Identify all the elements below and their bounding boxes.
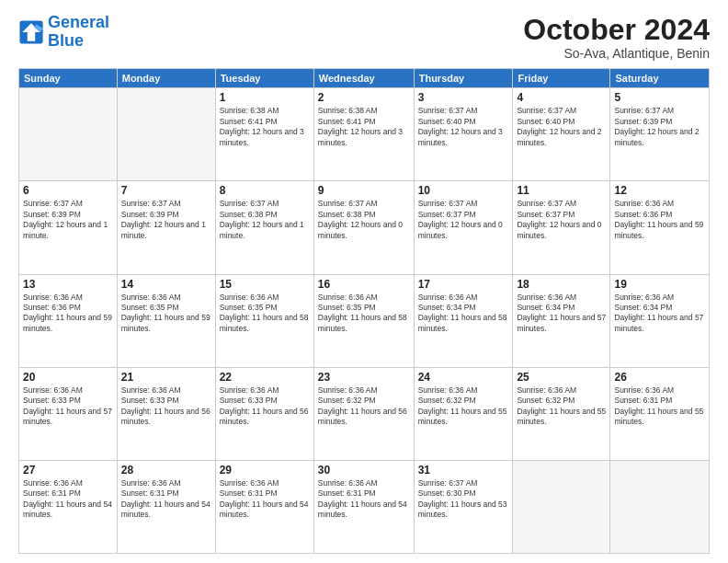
day-detail: Sunrise: 6:36 AMSunset: 6:31 PMDaylight:… (23, 478, 113, 521)
col-thursday: Thursday (414, 69, 513, 88)
calendar-cell: 30Sunrise: 6:36 AMSunset: 6:31 PMDayligh… (313, 460, 414, 553)
day-detail: Sunrise: 6:37 AMSunset: 6:37 PMDaylight:… (517, 199, 606, 241)
calendar-body: 1Sunrise: 6:38 AMSunset: 6:41 PMDaylight… (19, 88, 710, 554)
col-monday: Monday (117, 69, 215, 88)
calendar-cell: 3Sunrise: 6:37 AMSunset: 6:40 PMDaylight… (414, 88, 513, 181)
calendar-cell: 8Sunrise: 6:37 AMSunset: 6:38 PMDaylight… (215, 181, 313, 274)
header: General Blue October 2024 So-Ava, Atlant… (18, 14, 710, 61)
calendar-cell: 27Sunrise: 6:36 AMSunset: 6:31 PMDayligh… (19, 460, 118, 553)
day-number: 12 (614, 184, 705, 197)
day-number: 9 (318, 184, 410, 197)
header-row: Sunday Monday Tuesday Wednesday Thursday… (19, 69, 710, 88)
day-detail: Sunrise: 6:36 AMSunset: 6:35 PMDaylight:… (318, 293, 410, 335)
day-number: 7 (121, 184, 211, 197)
day-detail: Sunrise: 6:37 AMSunset: 6:30 PMDaylight:… (418, 478, 509, 521)
calendar-cell: 16Sunrise: 6:36 AMSunset: 6:35 PMDayligh… (313, 274, 414, 367)
calendar-cell (117, 88, 215, 181)
day-number: 31 (418, 464, 509, 477)
day-detail: Sunrise: 6:36 AMSunset: 6:33 PMDaylight:… (121, 385, 211, 428)
calendar-cell: 12Sunrise: 6:36 AMSunset: 6:36 PMDayligh… (610, 181, 710, 274)
day-detail: Sunrise: 6:37 AMSunset: 6:39 PMDaylight:… (121, 199, 211, 241)
title-block: October 2024 So-Ava, Atlantique, Benin (523, 14, 710, 61)
calendar-cell (513, 460, 610, 553)
col-saturday: Saturday (610, 69, 710, 88)
logo-line1: General (48, 13, 109, 31)
calendar-cell: 2Sunrise: 6:38 AMSunset: 6:41 PMDaylight… (313, 88, 414, 181)
calendar-cell: 17Sunrise: 6:36 AMSunset: 6:34 PMDayligh… (414, 274, 513, 367)
day-number: 10 (418, 184, 509, 197)
calendar-cell: 28Sunrise: 6:36 AMSunset: 6:31 PMDayligh… (117, 460, 215, 553)
calendar-cell: 13Sunrise: 6:36 AMSunset: 6:36 PMDayligh… (19, 274, 118, 367)
calendar-cell: 26Sunrise: 6:36 AMSunset: 6:31 PMDayligh… (610, 367, 710, 460)
logo-icon (18, 19, 44, 45)
day-number: 1 (220, 91, 310, 104)
day-number: 3 (418, 91, 509, 104)
calendar-cell (19, 88, 118, 181)
day-number: 17 (418, 278, 509, 291)
day-number: 27 (23, 464, 113, 477)
week-row-1: 1Sunrise: 6:38 AMSunset: 6:41 PMDaylight… (19, 88, 710, 181)
day-number: 26 (614, 371, 705, 384)
calendar-cell: 7Sunrise: 6:37 AMSunset: 6:39 PMDaylight… (117, 181, 215, 274)
col-tuesday: Tuesday (215, 69, 313, 88)
calendar-cell: 14Sunrise: 6:36 AMSunset: 6:35 PMDayligh… (117, 274, 215, 367)
day-detail: Sunrise: 6:36 AMSunset: 6:32 PMDaylight:… (517, 385, 606, 428)
calendar-cell: 19Sunrise: 6:36 AMSunset: 6:34 PMDayligh… (610, 274, 710, 367)
day-number: 16 (318, 278, 410, 291)
calendar-cell (610, 460, 710, 553)
calendar-cell: 11Sunrise: 6:37 AMSunset: 6:37 PMDayligh… (513, 181, 610, 274)
day-detail: Sunrise: 6:37 AMSunset: 6:39 PMDaylight:… (614, 106, 705, 148)
calendar-cell: 18Sunrise: 6:36 AMSunset: 6:34 PMDayligh… (513, 274, 610, 367)
week-row-4: 20Sunrise: 6:36 AMSunset: 6:33 PMDayligh… (19, 367, 710, 460)
calendar-cell: 23Sunrise: 6:36 AMSunset: 6:32 PMDayligh… (313, 367, 414, 460)
day-detail: Sunrise: 6:36 AMSunset: 6:31 PMDaylight:… (121, 478, 211, 521)
calendar-cell: 22Sunrise: 6:36 AMSunset: 6:33 PMDayligh… (215, 367, 313, 460)
calendar-cell: 15Sunrise: 6:36 AMSunset: 6:35 PMDayligh… (215, 274, 313, 367)
day-number: 18 (517, 278, 606, 291)
calendar-table: Sunday Monday Tuesday Wednesday Thursday… (18, 68, 710, 554)
day-number: 2 (318, 91, 410, 104)
day-detail: Sunrise: 6:38 AMSunset: 6:41 PMDaylight:… (318, 106, 410, 148)
logo-line2: Blue (48, 32, 109, 51)
day-detail: Sunrise: 6:36 AMSunset: 6:36 PMDaylight:… (23, 293, 113, 335)
day-detail: Sunrise: 6:36 AMSunset: 6:33 PMDaylight:… (23, 385, 113, 428)
day-number: 11 (517, 184, 606, 197)
calendar-cell: 6Sunrise: 6:37 AMSunset: 6:39 PMDaylight… (19, 181, 118, 274)
day-number: 21 (121, 371, 211, 384)
calendar-header: Sunday Monday Tuesday Wednesday Thursday… (19, 69, 710, 88)
day-number: 19 (614, 278, 705, 291)
day-detail: Sunrise: 6:37 AMSunset: 6:40 PMDaylight:… (517, 106, 606, 148)
day-detail: Sunrise: 6:36 AMSunset: 6:32 PMDaylight:… (418, 385, 509, 428)
day-number: 13 (23, 278, 113, 291)
calendar-cell: 9Sunrise: 6:37 AMSunset: 6:38 PMDaylight… (313, 181, 414, 274)
calendar-cell: 25Sunrise: 6:36 AMSunset: 6:32 PMDayligh… (513, 367, 610, 460)
day-number: 22 (220, 371, 310, 384)
logo-text: General Blue (48, 14, 109, 51)
calendar-cell: 21Sunrise: 6:36 AMSunset: 6:33 PMDayligh… (117, 367, 215, 460)
day-number: 29 (220, 464, 310, 477)
day-detail: Sunrise: 6:37 AMSunset: 6:38 PMDaylight:… (220, 199, 310, 241)
calendar-cell: 1Sunrise: 6:38 AMSunset: 6:41 PMDaylight… (215, 88, 313, 181)
day-number: 4 (517, 91, 606, 104)
day-detail: Sunrise: 6:36 AMSunset: 6:32 PMDaylight:… (318, 385, 410, 428)
day-detail: Sunrise: 6:36 AMSunset: 6:31 PMDaylight:… (318, 478, 410, 521)
col-friday: Friday (513, 69, 610, 88)
day-number: 5 (614, 91, 705, 104)
day-detail: Sunrise: 6:37 AMSunset: 6:40 PMDaylight:… (418, 106, 509, 148)
day-detail: Sunrise: 6:36 AMSunset: 6:34 PMDaylight:… (517, 293, 606, 335)
calendar-cell: 5Sunrise: 6:37 AMSunset: 6:39 PMDaylight… (610, 88, 710, 181)
day-detail: Sunrise: 6:37 AMSunset: 6:38 PMDaylight:… (318, 199, 410, 241)
day-detail: Sunrise: 6:38 AMSunset: 6:41 PMDaylight:… (220, 106, 310, 148)
day-detail: Sunrise: 6:36 AMSunset: 6:33 PMDaylight:… (220, 385, 310, 428)
day-number: 24 (418, 371, 509, 384)
day-number: 28 (121, 464, 211, 477)
week-row-3: 13Sunrise: 6:36 AMSunset: 6:36 PMDayligh… (19, 274, 710, 367)
week-row-5: 27Sunrise: 6:36 AMSunset: 6:31 PMDayligh… (19, 460, 710, 553)
day-detail: Sunrise: 6:36 AMSunset: 6:34 PMDaylight:… (614, 293, 705, 335)
day-number: 8 (220, 184, 310, 197)
calendar-cell: 4Sunrise: 6:37 AMSunset: 6:40 PMDaylight… (513, 88, 610, 181)
page: General Blue October 2024 So-Ava, Atlant… (0, 0, 728, 563)
day-detail: Sunrise: 6:36 AMSunset: 6:36 PMDaylight:… (614, 199, 705, 241)
day-detail: Sunrise: 6:37 AMSunset: 6:37 PMDaylight:… (418, 199, 509, 241)
calendar-cell: 10Sunrise: 6:37 AMSunset: 6:37 PMDayligh… (414, 181, 513, 274)
